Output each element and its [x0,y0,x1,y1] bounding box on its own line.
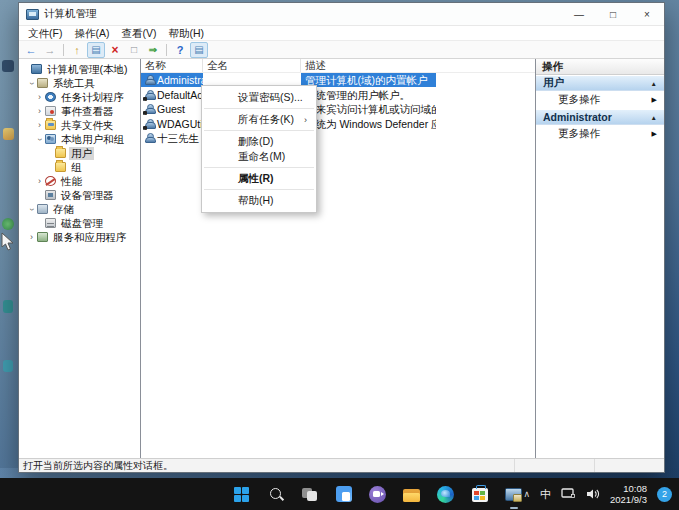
tree-item-services-applications[interactable]: › 服务和应用程序 [19,230,140,244]
actions-pane: 操作 用户 ▲ 更多操作 ▶ Administrator ▲ 更多操作 ▶ [536,59,664,458]
widgets-button[interactable] [332,482,356,506]
shared-folders-icon [45,120,56,130]
windows-logo-icon [234,487,249,502]
desktop-icon-fragment [3,300,13,313]
submenu-arrow-icon: ▶ [652,130,657,138]
tree-item-performance[interactable]: › 性能 [19,174,140,188]
tray-date: 2021/9/3 [610,494,647,505]
collapsed-chevron-icon[interactable]: › [38,121,41,130]
desktop: 计算机管理 — □ × 文件(F) 操作(A) 查看(V) 帮助(H) ← → … [0,0,679,510]
menu-view[interactable]: 查看(V) [115,26,162,41]
column-header-name[interactable]: 名称 [141,59,203,72]
taskbar: ∧ 中 10:08 2021/9/3 2 [0,478,679,510]
maximize-button[interactable]: □ [596,3,630,25]
forward-icon[interactable]: → [41,42,59,58]
system-tools-icon [37,78,48,88]
title-bar[interactable]: 计算机管理 — □ × [19,3,664,25]
volume-icon[interactable] [586,488,600,500]
expanded-chevron-icon[interactable]: › [27,82,36,85]
menu-help[interactable]: 帮助(H) [162,26,210,41]
chat-button[interactable] [366,482,390,506]
actions-section-users[interactable]: 用户 ▲ [536,75,664,91]
tree-item-users[interactable]: 用户 [19,146,140,160]
disabled-user-icon [144,90,154,100]
file-explorer-button[interactable] [400,482,424,506]
menu-action[interactable]: 操作(A) [68,26,115,41]
folder-icon [55,162,66,172]
menu-bar: 文件(F) 操作(A) 查看(V) 帮助(H) [19,25,664,40]
tree-item-groups[interactable]: 组 [19,160,140,174]
minimize-button[interactable]: — [562,3,596,25]
collapse-arrow-icon[interactable]: ▲ [651,114,657,121]
tree-item-task-scheduler[interactable]: › 任务计划程序 [19,90,140,104]
menu-item-set-password[interactable]: 设置密码(S)... [202,90,316,105]
list-header: 名称 全名 描述 [141,59,535,73]
notification-badge[interactable]: 2 [657,487,672,502]
toolbar-separator [166,44,167,56]
collapse-arrow-icon[interactable]: ▲ [651,80,657,87]
tree-item-computer-management[interactable]: 计算机管理(本地) [19,62,140,76]
computer-management-taskbar-button[interactable] [502,482,526,506]
menu-item-properties[interactable]: 属性(R) [202,171,316,186]
column-header-fullname[interactable]: 全名 [203,59,301,72]
task-view-icon [302,488,317,501]
collapsed-chevron-icon[interactable]: › [38,107,41,116]
toolbar: ← → ↑ ▤ × □ ⇒ ? ▤ [19,40,664,59]
collapsed-chevron-icon[interactable]: › [38,177,41,186]
menu-item-all-tasks[interactable]: 所有任务(K) › [202,112,316,127]
disabled-user-icon [144,104,154,114]
tree-item-event-viewer[interactable]: › 事件查看器 [19,104,140,118]
edge-button[interactable] [434,482,458,506]
tree-item-device-manager[interactable]: 设备管理器 [19,188,140,202]
disabled-user-icon [144,119,154,129]
up-one-level-icon[interactable]: ↑ [68,42,86,58]
user-icon [144,75,154,85]
search-icon [269,487,283,501]
more-actions-administrator[interactable]: 更多操作 ▶ [536,125,664,143]
network-icon[interactable] [561,488,576,500]
actions-section-administrator[interactable]: Administrator ▲ [536,109,664,125]
computer-management-icon [31,64,42,74]
task-view-button[interactable] [298,482,322,506]
collapsed-chevron-icon[interactable]: › [30,233,33,242]
show-console-tree-icon[interactable]: ▤ [87,42,105,58]
tree-item-local-users-groups[interactable]: › 本地用户和组 [19,132,140,146]
menu-item-rename[interactable]: 重命名(M) [202,149,316,164]
back-icon[interactable]: ← [22,42,40,58]
more-actions-users[interactable]: 更多操作 ▶ [536,91,664,109]
submenu-arrow-icon: ▶ [652,96,657,104]
expanded-chevron-icon[interactable]: › [27,208,36,211]
menu-item-help[interactable]: 帮助(H) [202,193,316,208]
clock[interactable]: 10:08 2021/9/3 [610,483,647,506]
ime-indicator[interactable]: 中 [540,487,551,502]
start-button[interactable] [230,482,254,506]
column-header-description[interactable]: 描述 [301,59,535,72]
search-button[interactable] [264,482,288,506]
properties-icon[interactable]: □ [125,42,143,58]
menu-file[interactable]: 文件(F) [22,26,68,41]
export-list-icon[interactable]: ⇒ [144,42,162,58]
close-button[interactable]: × [630,3,664,25]
computer-management-icon [505,488,522,502]
menu-item-delete[interactable]: 删除(D) [202,134,316,149]
show-hidden-icons-chevron[interactable]: ∧ [523,489,530,499]
tree-item-disk-management[interactable]: 磁盘管理 [19,216,140,230]
tree-item-shared-folders[interactable]: › 共享文件夹 [19,118,140,132]
status-text: 打开当前所选内容的属性对话框。 [19,459,514,472]
help-icon[interactable]: ? [171,42,189,58]
collapsed-chevron-icon[interactable]: › [38,93,41,102]
menu-separator [204,130,314,131]
desktop-icon-fragment [3,128,14,140]
tree-item-storage[interactable]: › 存储 [19,202,140,216]
desktop-icon-fragment [3,360,13,372]
submenu-arrow-icon: › [304,115,307,125]
store-button[interactable] [468,482,492,506]
folder-icon [55,148,66,158]
delete-icon[interactable]: × [106,42,124,58]
expanded-chevron-icon[interactable]: › [35,138,44,141]
tree-item-system-tools[interactable]: › 系统工具 [19,76,140,90]
show-action-pane-icon[interactable]: ▤ [190,42,208,58]
computer-management-window: 计算机管理 — □ × 文件(F) 操作(A) 查看(V) 帮助(H) ← → … [18,2,665,473]
menu-separator [204,189,314,190]
toolbar-separator [63,44,64,56]
